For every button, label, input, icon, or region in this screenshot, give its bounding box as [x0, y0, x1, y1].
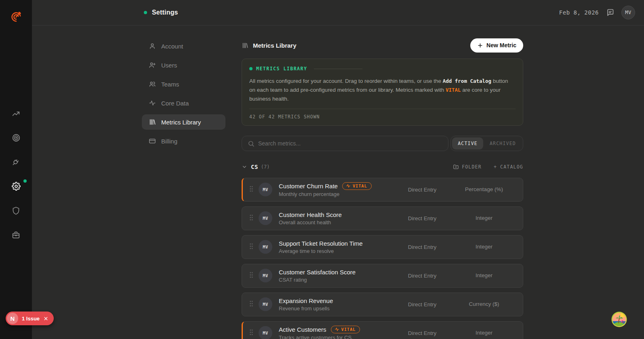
toggle-active[interactable]: ACTIVE — [452, 137, 483, 149]
team-name[interactable]: CS — [251, 164, 258, 170]
activity-icon — [149, 99, 156, 107]
new-metric-button[interactable]: New Metric — [470, 38, 523, 53]
close-icon[interactable] — [43, 316, 48, 321]
library-icon — [242, 42, 248, 49]
nav-label: Teams — [161, 81, 179, 88]
users-icon — [149, 80, 156, 88]
nav-item-teams[interactable]: Teams — [142, 76, 225, 92]
plus-icon — [477, 42, 483, 48]
main-title-text: Metrics Library — [253, 42, 297, 49]
briefcase-icon[interactable] — [12, 230, 21, 239]
metric-entry-mode: Direct Entry — [388, 273, 457, 279]
search-metrics-input[interactable] — [242, 136, 448, 151]
chevron-down-icon[interactable] — [242, 164, 247, 170]
metric-name: Customer Satisfaction Score — [279, 269, 356, 276]
metric-owner-avatar: MV — [259, 240, 272, 254]
metric-type: Currency ($) — [463, 301, 505, 308]
metric-name: Support Ticket Resolution Time — [279, 240, 363, 247]
desert-island-icon — [611, 311, 627, 328]
settings-gear-icon[interactable] — [12, 182, 21, 191]
settings-notification-dot — [23, 179, 27, 183]
search-icon — [248, 140, 255, 147]
folder-button[interactable]: FOLDER — [453, 164, 482, 170]
nav-item-core-data[interactable]: Core Data — [142, 95, 225, 111]
nav-label: Billing — [161, 138, 177, 145]
add-from-catalog-button[interactable]: + CATALOG — [494, 164, 523, 170]
metric-entry-mode: Direct Entry — [388, 187, 457, 193]
info-green-dot — [249, 67, 253, 70]
metric-subtitle: Revenue from upsells — [279, 305, 388, 312]
trending-up-icon[interactable] — [12, 109, 21, 118]
nav-item-billing[interactable]: Billing — [142, 133, 225, 149]
user-avatar[interactable]: MV — [621, 6, 635, 19]
metric-row-expansion-revenue[interactable]: MV Expansion Revenue Revenue from upsell… — [242, 293, 523, 316]
target-icon[interactable] — [12, 133, 21, 142]
nav-item-metrics-library[interactable]: Metrics Library — [142, 114, 225, 130]
nav-label: Metrics Library — [161, 119, 201, 126]
nav-item-account[interactable]: Account — [142, 38, 225, 54]
issue-count-label: 1 Issue — [22, 316, 40, 322]
metric-row-customer-satisfaction-score[interactable]: MV Customer Satisfaction Score CSAT rati… — [242, 264, 523, 288]
drag-handle-icon[interactable] — [249, 272, 253, 280]
main-header: Metrics Library New Metric — [242, 34, 523, 56]
online-status-dot — [144, 11, 147, 14]
metric-name: Customer Churn Rate — [279, 183, 338, 190]
island-theme-button[interactable] — [611, 311, 627, 328]
app-logo[interactable] — [0, 10, 32, 24]
metric-entry-mode: Direct Entry — [388, 330, 457, 336]
nav-item-users[interactable]: Users — [142, 57, 225, 73]
search-box — [242, 136, 448, 151]
metric-subtitle: Average time to resolve — [279, 248, 388, 254]
add-from-catalog-code: Add from Catalog — [443, 78, 491, 84]
topbar: Settings Feb 8, 2026 MV — [32, 0, 644, 25]
metric-row-support-ticket-resolution-time[interactable]: MV Support Ticket Resolution Time Averag… — [242, 235, 523, 259]
page-title: Settings — [152, 9, 178, 16]
library-icon — [149, 118, 156, 126]
metric-type: Percentage (%) — [463, 186, 505, 193]
drag-handle-icon[interactable] — [249, 300, 253, 309]
info-description: All metrics configured for your account.… — [249, 77, 516, 103]
main-content: Metrics Library New Metric METRICS LIBRA… — [242, 34, 523, 339]
nav-label: Core Data — [161, 100, 189, 107]
user-plus-icon — [149, 61, 156, 69]
metric-name: Expansion Revenue — [279, 297, 333, 304]
dev-issue-badge[interactable]: N 1 Issue — [6, 312, 54, 325]
metric-type: Integer — [463, 243, 505, 251]
metrics-count: 42 OF 42 METRICS SHOWN — [249, 114, 516, 120]
feedback-chat-icon[interactable] — [606, 8, 614, 17]
app-rail — [0, 0, 32, 339]
team-metric-count: (7) — [261, 164, 270, 170]
metric-entry-mode: Direct Entry — [388, 244, 457, 250]
metrics-library-info-card: METRICS LIBRARY All metrics configured f… — [242, 59, 523, 126]
pulse-icon — [346, 183, 351, 188]
metric-row-customer-health-score[interactable]: MV Customer Health Score Overall account… — [242, 206, 523, 230]
vital-badge: VITAL — [342, 182, 372, 190]
toggle-archived[interactable]: ARCHIVED — [484, 137, 522, 149]
page-status: Settings — [144, 9, 178, 16]
drag-handle-icon[interactable] — [249, 214, 253, 223]
drag-handle-icon[interactable] — [249, 329, 253, 337]
team-section-header: CS (7) FOLDER + CATALOG — [242, 164, 523, 170]
metric-owner-avatar: MV — [259, 297, 272, 311]
settings-nav: Account Users Teams Core Data Metrics Li… — [142, 38, 225, 149]
metric-entry-mode: Direct Entry — [388, 215, 457, 221]
drag-handle-icon[interactable] — [249, 243, 253, 251]
metric-row-active-customers[interactable]: MV Active Customers VITAL Tracks active … — [242, 321, 523, 339]
metric-type: Integer — [463, 272, 505, 279]
metric-type: Integer — [463, 215, 505, 222]
metric-owner-avatar: MV — [259, 211, 272, 225]
vital-badge: VITAL — [331, 326, 360, 333]
metric-name: Active Customers — [279, 326, 326, 333]
nav-label: Users — [161, 62, 177, 69]
info-rule — [314, 69, 362, 69]
metric-subtitle: Tracks active customers for CS. — [279, 335, 388, 339]
plug-icon[interactable] — [12, 158, 21, 166]
filter-row: ACTIVE ARCHIVED — [242, 136, 523, 151]
shield-icon[interactable] — [12, 206, 21, 215]
active-archived-toggle: ACTIVE ARCHIVED — [450, 136, 523, 151]
metric-entry-mode: Direct Entry — [388, 301, 457, 307]
credit-card-icon — [149, 137, 156, 145]
metric-row-customer-churn-rate[interactable]: MV Customer Churn Rate VITAL Monthly chu… — [242, 178, 523, 202]
metric-rows: MV Customer Churn Rate VITAL Monthly chu… — [242, 178, 523, 339]
drag-handle-icon[interactable] — [249, 185, 253, 194]
